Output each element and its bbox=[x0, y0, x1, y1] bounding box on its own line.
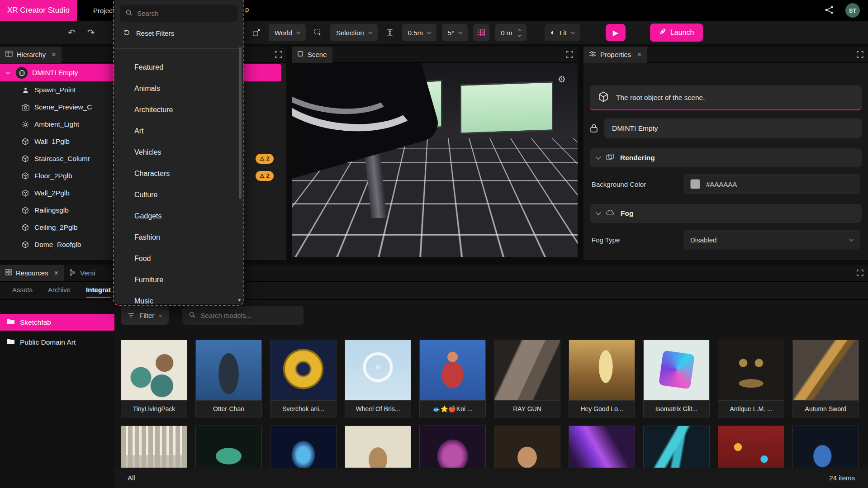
user-avatar[interactable]: ST bbox=[845, 3, 860, 18]
grid-toggle-button[interactable] bbox=[473, 24, 489, 41]
model-card[interactable]: Antique L.M. ... bbox=[718, 340, 784, 417]
viewport-3d[interactable]: ⚙ Y X Z H FFocus QERotate GGrab EscDesel… bbox=[292, 63, 578, 257]
category-item[interactable]: Art bbox=[114, 120, 243, 142]
subtab-archive[interactable]: Archive bbox=[48, 286, 71, 298]
model-card[interactable]: Sverchok ani... bbox=[270, 340, 337, 417]
integration-folder-sketchfab[interactable]: Sketchfab bbox=[0, 314, 114, 331]
gizmo-x-handle[interactable]: X bbox=[554, 215, 564, 225]
tab-resources[interactable]: Resources × bbox=[0, 265, 64, 281]
close-icon[interactable]: × bbox=[52, 51, 56, 59]
status-item-count: 24 items bbox=[829, 474, 855, 482]
gizmo-neg-x-dot[interactable] bbox=[514, 217, 518, 222]
filter-button[interactable]: Filter bbox=[121, 306, 169, 325]
category-item[interactable]: Characters bbox=[114, 163, 243, 184]
warning-badge[interactable]: ⚠ 2 bbox=[256, 171, 274, 181]
viewport-key-hints: FFocus QERotate GGrab EscDeselect bbox=[296, 245, 455, 253]
gizmo-neg-y-dot[interactable] bbox=[533, 236, 538, 241]
category-item[interactable]: Gadgets bbox=[114, 205, 243, 227]
fog-type-select[interactable]: Disabled bbox=[683, 230, 860, 250]
close-icon[interactable]: × bbox=[637, 51, 641, 59]
expand-icon[interactable] bbox=[857, 51, 863, 58]
integrations-sidebar: Sketchfab Public Domain Art bbox=[0, 300, 114, 488]
rendering-section-header[interactable]: Rendering bbox=[590, 148, 862, 167]
integration-folder-public-domain-art[interactable]: Public Domain Art bbox=[0, 334, 114, 351]
shading-mode-select[interactable]: ◐ Lit bbox=[545, 24, 580, 41]
play-button[interactable]: ▶ bbox=[606, 24, 626, 41]
warning-badge[interactable]: ⚠ 2 bbox=[256, 154, 274, 164]
close-icon[interactable]: × bbox=[54, 269, 58, 277]
expand-icon[interactable] bbox=[566, 51, 573, 58]
status-filter-label[interactable]: All bbox=[128, 474, 135, 482]
gizmo-z-handle[interactable]: Z bbox=[531, 223, 541, 233]
lock-icon[interactable] bbox=[590, 123, 598, 134]
share-icon[interactable] bbox=[825, 5, 834, 16]
object-name-field[interactable]: DMINTI Empty bbox=[604, 118, 862, 138]
model-card[interactable]: Hey Good Lo... bbox=[569, 340, 635, 417]
stepper-down-icon[interactable] bbox=[518, 33, 521, 36]
transform-gizmo[interactable]: Y X Z H bbox=[516, 192, 574, 251]
category-list: Featured Animals Architecture Art Vehicl… bbox=[114, 49, 243, 304]
category-item[interactable]: Fashion bbox=[114, 227, 243, 248]
category-item[interactable]: Animals bbox=[114, 78, 243, 99]
model-thumbnail bbox=[195, 340, 262, 401]
category-item[interactable]: Food bbox=[114, 248, 243, 269]
model-thumbnail bbox=[494, 340, 560, 401]
transform-space-icon[interactable] bbox=[250, 28, 263, 37]
category-item[interactable]: Architecture bbox=[114, 99, 243, 120]
warning-icon: ⚠ bbox=[260, 156, 265, 162]
menu-project[interactable]: Project bbox=[93, 7, 114, 14]
subtab-assets[interactable]: Assets bbox=[12, 286, 33, 298]
category-item[interactable]: Music bbox=[114, 290, 243, 304]
filter-search-box[interactable] bbox=[120, 5, 237, 22]
category-item[interactable]: Vehicles bbox=[114, 142, 243, 163]
key-esc: Esc bbox=[416, 246, 430, 253]
model-card[interactable]: Otter-Chan bbox=[195, 340, 262, 417]
subtab-integrations[interactable]: Integrat bbox=[86, 286, 111, 298]
selection-mode-icon[interactable] bbox=[311, 28, 325, 37]
viewport-settings-gear-icon[interactable]: ⚙ bbox=[558, 74, 566, 85]
menu-item-partial[interactable]: p bbox=[245, 5, 249, 13]
stepper-up-icon[interactable] bbox=[518, 28, 521, 32]
model-card[interactable]: 🐟⭐🍎Koi ... bbox=[419, 340, 486, 417]
globe-icon bbox=[16, 67, 28, 79]
model-card[interactable]: TinyLivingPack bbox=[121, 340, 187, 417]
reset-filters-button[interactable]: Reset Filters bbox=[120, 29, 237, 38]
tab-properties[interactable]: Properties × bbox=[583, 47, 647, 63]
grid-height-stepper[interactable]: 0 m bbox=[495, 24, 526, 41]
category-item[interactable]: Culture bbox=[114, 184, 243, 205]
tab-hierarchy[interactable]: Hierarchy × bbox=[0, 47, 62, 63]
category-item[interactable]: Featured bbox=[114, 57, 243, 78]
model-thumbnail bbox=[792, 340, 859, 401]
fog-section-header[interactable]: Fog bbox=[590, 204, 862, 223]
scroll-down-icon[interactable]: ▾ bbox=[238, 297, 241, 303]
world-space-select[interactable]: World bbox=[269, 24, 306, 41]
rotate-snap-select[interactable]: 5° bbox=[442, 24, 468, 41]
expand-icon[interactable] bbox=[857, 270, 863, 276]
selection-select[interactable]: Selection bbox=[330, 24, 378, 41]
models-search-box[interactable] bbox=[182, 306, 304, 325]
move-snap-select[interactable]: 0.5m bbox=[402, 24, 436, 41]
xr-creator-studio-app: XR Creator Studio Project p ST ↶ ↷ World bbox=[0, 0, 868, 488]
background-color-control[interactable]: #AAAAAA bbox=[683, 174, 860, 194]
category-item[interactable]: Furniture bbox=[114, 269, 243, 290]
model-card[interactable]: Wheel Of Bris... bbox=[345, 340, 411, 417]
gizmo-center-dot[interactable] bbox=[534, 217, 539, 222]
funnel-icon bbox=[128, 312, 134, 319]
gizmo-y-handle[interactable]: Y bbox=[531, 194, 541, 204]
filter-search-input[interactable] bbox=[137, 9, 232, 17]
dropdown-scrollbar[interactable] bbox=[239, 47, 242, 199]
undo-button[interactable]: ↶ bbox=[68, 27, 76, 38]
model-card[interactable]: Isomatrix Glit... bbox=[643, 340, 710, 417]
expand-icon[interactable] bbox=[275, 51, 282, 58]
caret-down-icon[interactable] bbox=[6, 70, 10, 75]
color-swatch[interactable] bbox=[690, 179, 700, 189]
models-search-input[interactable] bbox=[200, 312, 297, 319]
tab-scene[interactable]: Scene bbox=[292, 47, 332, 63]
snap-move-icon[interactable] bbox=[383, 28, 397, 37]
chevron-down-icon bbox=[368, 29, 372, 34]
launch-button[interactable]: Launch bbox=[650, 24, 703, 42]
model-card[interactable]: RAY GUN bbox=[494, 340, 560, 417]
model-card[interactable]: Autumn Sword bbox=[792, 340, 859, 417]
redo-button[interactable]: ↷ bbox=[87, 27, 95, 38]
tab-versions[interactable]: Versi bbox=[64, 265, 100, 281]
